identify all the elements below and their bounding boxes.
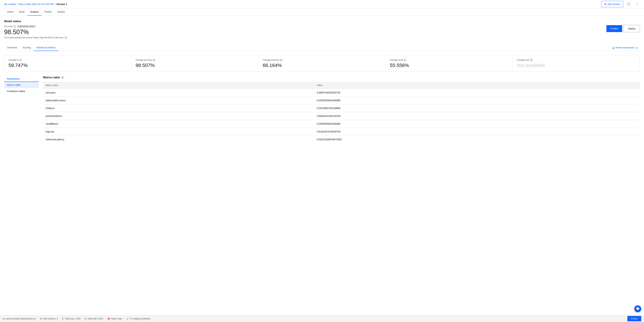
breadcrumb: My models / New model 2023-10-24 3:55 PM… [4, 3, 67, 6]
avg-f1-info-icon[interactable]: ℹ [19, 59, 22, 61]
metric-value-cell: 0.5974683760159668 [314, 104, 640, 112]
accuracy-desc-info-icon[interactable]: ℹ [65, 37, 67, 39]
table-row: recallMacro0.5555555820465088 [43, 120, 640, 128]
top-header: My models / New model 2023-10-24 3:55 PM… [0, 0, 644, 8]
col-value: Value [314, 82, 640, 89]
sub-tab-overview[interactable]: Overview [4, 44, 20, 51]
metric-name-cell: inferenceLatency [43, 136, 314, 143]
breadcrumb-version: Version 1 [56, 3, 67, 6]
avg-auc-label: Average AUC ℹ [517, 59, 636, 61]
avg-accuracy-info-icon[interactable]: ℹ [153, 59, 155, 61]
metrics-summary: Average f1 ℹ 59.747% Average accuracy ℹ … [4, 55, 640, 72]
metrics-table-section: Metrics table ℹ Metric name Value accura… [39, 76, 640, 143]
nav-tabs: Select Build Analyze Predict Deploy [0, 8, 644, 16]
avg-auc-info-icon[interactable]: ℹ [530, 59, 532, 61]
avg-recall-value: 55.556% [390, 63, 508, 68]
accuracy-actions: Predict Deploy [606, 25, 640, 32]
metric-name-cell: accuracy [43, 89, 314, 97]
metrics-table-title: Metrics table [43, 76, 60, 79]
metric-card-avg-recall: Average recall ℹ 55.556% [386, 55, 513, 72]
avg-precision-value: 66.164% [263, 63, 381, 68]
metric-value-cell: 0.6661641538143158 [314, 112, 640, 120]
accuracy-label: Accuracy ℹ Optimization metric [4, 25, 67, 28]
metric-value-cell: 0.9850746393203735 [314, 89, 640, 97]
table-row: balancedAccuracy0.5555555820465088 [43, 97, 640, 104]
body-layout: Performance Metrics table Confusion matr… [4, 76, 640, 143]
tab-select[interactable]: Select [4, 8, 16, 16]
metric-name-cell: logLoss [43, 128, 314, 136]
table-row: inferenceLatency0.09214318543672562 [43, 136, 640, 143]
avg-accuracy-value: 98.507% [136, 63, 254, 68]
metric-value-cell: 0.5555555820465088 [314, 97, 640, 104]
breadcrumb-sep1: / [17, 3, 18, 6]
breadcrumb-my-models[interactable]: My models [4, 3, 16, 6]
add-version-label: Add version [608, 3, 620, 6]
metric-card-avg-auc: Average AUC ℹ Not available [513, 55, 640, 72]
avg-precision-info-icon[interactable]: ℹ [280, 59, 282, 61]
avg-auc-value: Not available [517, 63, 636, 68]
accuracy-text: Accuracy [4, 25, 13, 28]
table-row: f1Macro0.5974683760159668 [43, 104, 640, 112]
tab-build[interactable]: Build [16, 8, 27, 16]
model-leaderboard-button[interactable]: 📊 Model leaderboard ▲ [610, 45, 640, 51]
accuracy-value: 98.507% [4, 29, 67, 36]
table-row: logLoss0.8182187676429749 [43, 128, 640, 136]
metric-card-avg-precision: Average precision ℹ 66.164% [258, 55, 386, 72]
accuracy-info-icon[interactable]: ℹ [14, 25, 16, 28]
sidebar-item-confusion-matrix[interactable]: Confusion matrix [4, 88, 39, 94]
leaderboard-icon: 📊 [612, 46, 615, 49]
history-icon-button[interactable]: 🕐 [625, 1, 632, 8]
more-options-button[interactable]: ⋮ [634, 1, 640, 8]
col-metric-name: Metric name [43, 82, 314, 89]
accuracy-section: Accuracy ℹ Optimization metric 98.507% T… [4, 25, 640, 39]
sidebar-item-metrics-table[interactable]: Metrics table [4, 82, 39, 88]
metric-value-cell: 0.5555555820465088 [314, 120, 640, 128]
leaderboard-collapse-icon: ▲ [636, 46, 638, 49]
table-row: accuracy0.9850746393203735 [43, 89, 640, 97]
accuracy-left: Accuracy ℹ Optimization metric 98.507% T… [4, 25, 67, 39]
tab-deploy[interactable]: Deploy [54, 8, 68, 16]
header-actions: ⊕ Add version 🕐 ⋮ [601, 1, 640, 8]
avg-recall-label: Average recall ℹ [390, 59, 508, 61]
accuracy-desc-text: The model predicts the correct Failure T… [4, 37, 64, 39]
add-version-button[interactable]: ⊕ Add version [601, 1, 623, 7]
avg-f1-label: Average f1 ℹ [8, 59, 127, 61]
breadcrumb-model-name[interactable]: New model 2023-10-24 3:55 PM [19, 3, 54, 6]
table-header-row: Metric name Value [43, 82, 640, 89]
main-content: Model status Accuracy ℹ Optimization met… [0, 16, 644, 147]
sub-tab-scoring[interactable]: Scoring [20, 44, 34, 51]
model-status-title: Model status [4, 20, 640, 23]
add-version-icon: ⊕ [604, 3, 606, 6]
metric-value-cell: 0.8182187676429749 [314, 128, 640, 136]
accuracy-description: The model predicts the correct Failure T… [4, 37, 67, 39]
deploy-button-header[interactable]: Deploy [624, 25, 640, 32]
metric-name-cell: recallMacro [43, 120, 314, 128]
metric-card-avg-f1: Average f1 ℹ 59.747% [4, 55, 132, 72]
metrics-table: Metric name Value accuracy0.985074639320… [43, 82, 640, 143]
avg-precision-label: Average precision ℹ [263, 59, 381, 61]
tab-predict[interactable]: Predict [42, 8, 55, 16]
avg-accuracy-label: Average accuracy ℹ [136, 59, 254, 61]
metric-name-cell: f1Macro [43, 104, 314, 112]
breadcrumb-sep2: / [54, 3, 55, 6]
metrics-table-header: Metrics table ℹ [43, 76, 640, 79]
metrics-table-info-icon[interactable]: ℹ [61, 76, 64, 79]
table-row: precisionMacro0.6661641538143158 [43, 112, 640, 120]
tab-analyze[interactable]: Analyze [27, 8, 42, 16]
metric-name-cell: precisionMacro [43, 112, 314, 120]
sub-tabs-row: Overview Scoring Advanced metrics 📊 Mode… [4, 44, 640, 51]
sidebar-performance-label[interactable]: Performance [4, 76, 39, 82]
predict-button-header[interactable]: Predict [606, 25, 622, 32]
metric-value-cell: 0.09214318543672562 [314, 136, 640, 143]
avg-recall-info-icon[interactable]: ℹ [404, 59, 406, 61]
model-leaderboard-label: Model leaderboard [616, 46, 634, 49]
metric-card-avg-accuracy: Average accuracy ℹ 98.507% [132, 55, 259, 72]
sidebar: Performance Metrics table Confusion matr… [4, 76, 39, 143]
avg-f1-value: 59.747% [8, 63, 127, 68]
sub-tabs: Overview Scoring Advanced metrics [4, 44, 58, 51]
optimization-metric-badge: Optimization metric [17, 25, 36, 28]
metric-name-cell: balancedAccuracy [43, 97, 314, 104]
sub-tab-advanced-metrics[interactable]: Advanced metrics [34, 44, 58, 51]
